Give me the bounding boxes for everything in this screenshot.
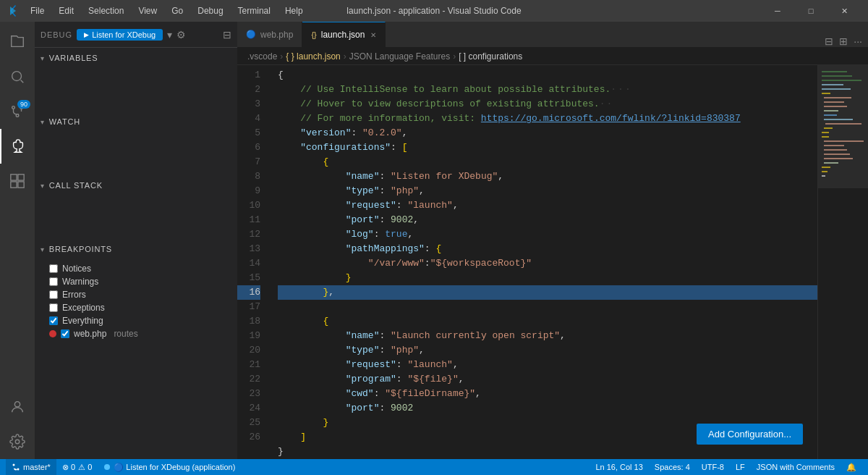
bp-errors-checkbox[interactable]: [49, 290, 58, 299]
split-editor-icon[interactable]: ⊟: [825, 35, 833, 47]
status-debug-text: 🔵 Listen for XDebug (application): [114, 463, 235, 472]
bp-warnings-label: Warnings: [62, 277, 98, 287]
debug-split-icon[interactable]: ⊟: [223, 29, 231, 41]
menu-view[interactable]: View: [132, 4, 163, 17]
svg-point-8: [14, 402, 20, 407]
menu-help[interactable]: Help: [279, 4, 309, 17]
debug-dropdown-arrow[interactable]: ▾: [167, 29, 172, 41]
status-position[interactable]: Ln 16, Col 13: [590, 459, 648, 475]
status-line-ending[interactable]: LF: [730, 459, 751, 475]
settings-icon[interactable]: [0, 424, 35, 459]
callstack-arrow: ▾: [41, 182, 45, 190]
window-controls: ─ □ ✕: [761, 0, 861, 22]
close-button[interactable]: ✕: [827, 0, 861, 22]
status-bar: master* ⊗ 0 ⚠ 0 🔵 Listen for XDebug (app…: [0, 459, 868, 475]
menu-debug[interactable]: Debug: [192, 4, 229, 17]
menu-file[interactable]: File: [25, 4, 50, 17]
bp-item-exceptions: Exceptions: [35, 301, 237, 314]
main-layout: 90 DEBUG: [0, 22, 868, 459]
bp-errors-label: Errors: [62, 290, 86, 300]
menu-terminal[interactable]: Terminal: [232, 4, 276, 17]
bp-warnings-checkbox[interactable]: [49, 277, 58, 286]
tab-webphp[interactable]: 🔵 web.php: [237, 22, 302, 47]
search-icon[interactable]: [0, 59, 35, 94]
breadcrumb-sep3: ›: [453, 51, 456, 62]
breadcrumb-vscode[interactable]: .vscode: [247, 51, 277, 62]
debug-label: DEBUG: [41, 30, 72, 39]
status-debug-listen[interactable]: 🔵 Listen for XDebug (application): [98, 459, 241, 475]
breakpoints-section-header[interactable]: ▾ BREAKPOINTS: [35, 239, 237, 259]
branch-icon: [12, 463, 20, 471]
status-errors[interactable]: ⊗ 0 ⚠ 0: [56, 459, 98, 475]
svg-rect-7: [18, 182, 24, 188]
accounts-icon[interactable]: [0, 390, 35, 424]
add-configuration-button[interactable]: Add Configuration...: [697, 424, 803, 445]
debug-status-icon: [103, 463, 111, 471]
line-numbers: 12345 678910 1112131415 16 17181920 2122…: [237, 65, 266, 459]
status-lang-text: JSON with Comments: [757, 463, 835, 471]
tab-webphp-label: web.php: [260, 30, 293, 40]
tab-launch-close[interactable]: ✕: [370, 31, 376, 39]
maximize-button[interactable]: □: [794, 0, 827, 22]
status-spaces[interactable]: Spaces: 4: [649, 459, 696, 475]
breakpoints-label: BREAKPOINTS: [49, 245, 112, 253]
bp-item-webphp: web.php routes: [35, 327, 237, 340]
breadcrumb-sep2: ›: [344, 51, 346, 62]
callstack-content: [35, 196, 237, 239]
bp-webphp-label: web.php: [74, 329, 106, 339]
svg-rect-5: [18, 175, 24, 180]
svg-point-9: [15, 440, 20, 444]
variables-content: [35, 68, 237, 112]
bell-icon: 🔔: [846, 463, 856, 472]
source-control-icon[interactable]: 90: [0, 94, 35, 129]
layout-icon[interactable]: ⊞: [839, 35, 848, 47]
breadcrumb-sep1: ›: [280, 51, 283, 62]
source-control-badge: 90: [17, 100, 30, 109]
tab-bar: 🔵 web.php {} launch.json ✕ ⊟ ⊞ ···: [237, 22, 868, 48]
menu-go[interactable]: Go: [166, 4, 189, 17]
bp-exceptions-label: Exceptions: [62, 303, 105, 313]
breadcrumb-features[interactable]: JSON Language Features: [349, 51, 450, 62]
minimap[interactable]: [817, 65, 868, 459]
extensions-icon[interactable]: [0, 164, 35, 198]
breadcrumb-launch[interactable]: { } launch.json: [286, 51, 340, 62]
code-editor[interactable]: { // Use IntelliSense to learn about pos…: [266, 65, 817, 459]
bp-dot-icon: [49, 330, 56, 337]
watch-section-header[interactable]: ▾ WATCH: [35, 112, 237, 132]
debug-icon[interactable]: [0, 129, 35, 164]
bp-exceptions-checkbox[interactable]: [49, 303, 58, 312]
debug-config-name: Listen for XDebug: [92, 30, 156, 39]
status-errors-text: ⊗ 0: [62, 463, 75, 472]
variables-section-header[interactable]: ▾ VARIABLES: [35, 48, 237, 68]
tab-launch[interactable]: {} launch.json ✕: [302, 22, 386, 47]
bp-webphp-sublabel: routes: [114, 329, 137, 339]
svg-rect-4: [11, 175, 17, 180]
variables-label: VARIABLES: [49, 54, 98, 62]
status-encoding[interactable]: UTF-8: [696, 459, 730, 475]
tab-right-icons: ⊟ ⊞ ···: [819, 35, 868, 47]
status-warnings-text: ⚠ 0: [78, 463, 92, 472]
menu-bar: File Edit Selection View Go Debug Termin…: [25, 4, 309, 17]
breakpoints-list: Notices Warnings Errors Exceptions Every…: [35, 259, 237, 343]
debug-gear-icon[interactable]: ⚙: [176, 29, 186, 41]
tab-launch-icon: {}: [311, 30, 316, 39]
more-actions-icon[interactable]: ···: [854, 35, 862, 47]
minimize-button[interactable]: ─: [761, 0, 794, 22]
callstack-section-header[interactable]: ▾ CALL STACK: [35, 175, 237, 196]
watch-content: [35, 132, 237, 175]
svg-point-37: [104, 464, 110, 470]
explorer-icon[interactable]: [0, 25, 35, 59]
status-bell[interactable]: 🔔: [841, 459, 862, 475]
bp-item-everything: Everything: [35, 314, 237, 327]
bp-webphp-checkbox[interactable]: [61, 329, 69, 338]
bp-everything-checkbox[interactable]: [49, 316, 58, 325]
menu-selection[interactable]: Selection: [82, 4, 129, 17]
watch-arrow: ▾: [41, 118, 45, 126]
variables-arrow: ▾: [41, 54, 45, 62]
debug-play-button[interactable]: ▶ Listen for XDebug: [77, 29, 163, 41]
status-language[interactable]: JSON with Comments: [751, 459, 841, 475]
menu-edit[interactable]: Edit: [53, 4, 80, 17]
status-git-branch[interactable]: master*: [6, 459, 56, 475]
bp-notices-checkbox[interactable]: [49, 264, 58, 273]
breadcrumb-configs[interactable]: [ ] configurations: [459, 51, 522, 62]
